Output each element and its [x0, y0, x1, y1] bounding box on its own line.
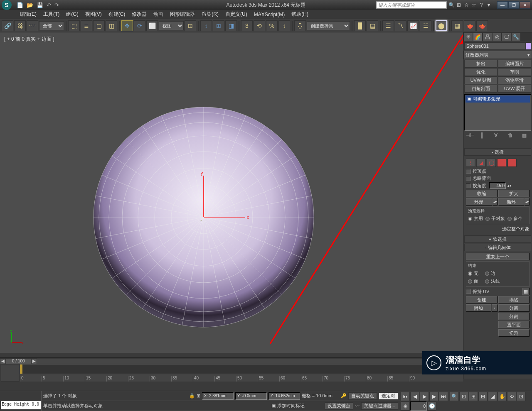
render-setup-icon[interactable]: ▦ — [451, 20, 463, 31]
hierarchy-tab-icon[interactable]: 品 — [483, 33, 492, 41]
attach-button[interactable]: 附加 — [466, 304, 491, 312]
plane-button[interactable]: 置平面 — [498, 321, 530, 328]
menu-views[interactable]: 视图(V) — [82, 11, 105, 18]
scale-icon[interactable]: ⬜ — [146, 20, 158, 31]
rotate-icon[interactable]: ⟳ — [134, 20, 145, 31]
manip-icon[interactable]: ↕ — [200, 20, 212, 31]
timemark-label[interactable]: 添加时间标记 — [277, 403, 305, 409]
menu-group[interactable]: 组(G) — [63, 11, 81, 18]
search-input[interactable] — [376, 1, 447, 9]
bind-icon[interactable]: 〰 — [27, 20, 38, 31]
zoomext-icon[interactable]: ⊞ — [469, 392, 478, 401]
element-mode-icon[interactable]: ⬢ — [507, 159, 517, 167]
preserve-uv-checkbox[interactable] — [466, 289, 471, 294]
mirror-icon[interactable]: ▐▌ — [354, 20, 366, 31]
cut-button[interactable]: 切割 — [498, 329, 530, 337]
loop-button[interactable]: 循环 — [498, 198, 525, 206]
menu-maxscript[interactable]: MAXScript(M) — [251, 12, 288, 17]
menu-help[interactable]: 帮助(H) — [288, 11, 312, 18]
zoomextall-icon[interactable]: ⊟ — [478, 392, 488, 401]
autokey-button[interactable]: 自动关键点 — [348, 392, 377, 400]
preview-off-radio[interactable] — [468, 217, 472, 221]
menu-animation[interactable]: 动画 — [150, 11, 167, 18]
loop-spinner[interactable]: ▴▾ — [525, 198, 530, 206]
select-icon[interactable]: ⬚ — [68, 20, 80, 31]
mod-lathe[interactable]: 车削 — [498, 68, 531, 76]
preview-subobj-radio[interactable] — [485, 217, 490, 221]
angle-input[interactable] — [489, 182, 506, 189]
goto-start-icon[interactable]: ⏮ — [401, 392, 410, 401]
render-icon[interactable]: 🫖 — [476, 20, 488, 31]
mod-editpatch[interactable]: 编辑面片 — [498, 60, 531, 68]
undo-icon[interactable]: ↶ — [47, 2, 51, 8]
collapse-button[interactable]: 塌陷 — [498, 296, 530, 303]
frame-back-icon[interactable]: ◀ — [0, 358, 6, 364]
align-icon[interactable]: ▤ — [367, 20, 378, 31]
maxscript-listener[interactable]: Edge Height 0.0 — [1, 401, 41, 409]
frame-fwd-icon[interactable]: ▶ — [31, 358, 37, 364]
center-icon[interactable]: ⊡ — [185, 20, 196, 31]
curve-icon[interactable]: 📈 — [407, 20, 419, 31]
new-icon[interactable]: 📄 — [17, 2, 23, 8]
spinner-snap-icon[interactable]: ↕ — [278, 20, 290, 31]
minimize-button[interactable]: — — [497, 1, 508, 9]
preview-multi-radio[interactable] — [507, 217, 512, 221]
selset-dropdown[interactable]: 创建选择集 — [307, 21, 350, 30]
attach-opts[interactable]: ▫ — [492, 304, 498, 312]
mod-turbosmooth[interactable]: 涡轮平滑 — [498, 76, 531, 84]
detach-button[interactable]: 分离 — [498, 304, 530, 312]
material-editor-icon[interactable]: ⬤ — [436, 20, 447, 31]
rollout-selection[interactable]: 选择 — [464, 148, 531, 156]
schematic-icon[interactable]: ☱ — [420, 20, 431, 31]
mod-optimize[interactable]: 优化 — [464, 68, 498, 76]
pin-stack-icon[interactable]: ⊣⊢ — [466, 132, 473, 139]
edge-mode-icon[interactable]: ◢ — [476, 159, 485, 167]
stack-editable-poly[interactable]: ▣ 可编辑多边形 — [466, 95, 530, 103]
menu-modifiers[interactable]: 修改器 — [128, 11, 150, 18]
lock-icon[interactable]: 🔒 — [189, 393, 195, 399]
ignore-back-checkbox[interactable] — [466, 176, 471, 181]
move-icon[interactable]: ✥ — [121, 20, 133, 31]
modify-tab-icon[interactable]: 🌈 — [473, 33, 483, 41]
con-face-radio[interactable] — [468, 279, 472, 284]
z-coord[interactable]: Z: 14.652mm — [268, 392, 300, 400]
rollout-softsel[interactable]: 软选择 — [464, 235, 531, 243]
show-end-icon[interactable]: ║ — [480, 132, 488, 139]
star-icon[interactable]: ☆ — [463, 2, 469, 8]
con-none-radio[interactable] — [468, 272, 472, 276]
refcoord-dropdown[interactable]: 视图 — [159, 21, 184, 30]
timeline-ruler[interactable] — [20, 364, 463, 374]
menu-customize[interactable]: 自定义(U) — [222, 11, 251, 18]
coord-mode-icon[interactable]: ⊞ — [197, 393, 200, 399]
snap2d-icon[interactable]: ◨ — [225, 20, 237, 31]
con-normal-radio[interactable] — [485, 279, 489, 284]
pan-icon[interactable]: ✋ — [498, 392, 507, 401]
menu-edit[interactable]: 编辑(E) — [17, 11, 40, 18]
trackbar-icon[interactable] — [1, 365, 19, 382]
selection-filter[interactable]: 全部 — [39, 21, 64, 30]
modifier-stack[interactable]: ▣ 可编辑多边形 — [464, 94, 531, 131]
editset-icon[interactable]: {} — [294, 20, 306, 31]
create-button[interactable]: 创建 — [466, 296, 498, 303]
vertex-mode-icon[interactable]: ⋮ — [466, 159, 475, 167]
shrink-button[interactable]: 收缩 — [466, 190, 498, 197]
goto-end-icon[interactable]: ⏭ — [439, 392, 448, 401]
selectname-icon[interactable]: ≣ — [81, 20, 92, 31]
object-name-input[interactable] — [464, 42, 526, 50]
rollout-editgeom[interactable]: 编辑几何体 — [464, 244, 531, 251]
graph-icon[interactable]: 〽 — [395, 20, 406, 31]
motion-tab-icon[interactable]: ◎ — [492, 33, 502, 41]
zoom-icon[interactable]: 🔍 — [450, 392, 459, 401]
window-sel-icon[interactable]: ◫ — [106, 20, 117, 31]
frame-input[interactable] — [410, 401, 427, 411]
timemark-icon[interactable]: ▣ — [271, 403, 276, 409]
fov-icon[interactable]: ◢ — [488, 392, 497, 401]
search-icon[interactable]: 🔍 — [448, 2, 454, 8]
maximize-vp-icon[interactable]: ⊡ — [517, 392, 526, 401]
object-color-swatch[interactable] — [526, 42, 531, 50]
play-icon[interactable]: ▶ — [420, 392, 429, 401]
by-vertex-checkbox[interactable] — [466, 169, 471, 174]
redo-icon[interactable]: ↷ — [54, 2, 59, 8]
zoomall-icon[interactable]: ⊡ — [459, 392, 468, 401]
time-slider[interactable]: ◀ 0 / 100 ▶ — [0, 357, 463, 364]
